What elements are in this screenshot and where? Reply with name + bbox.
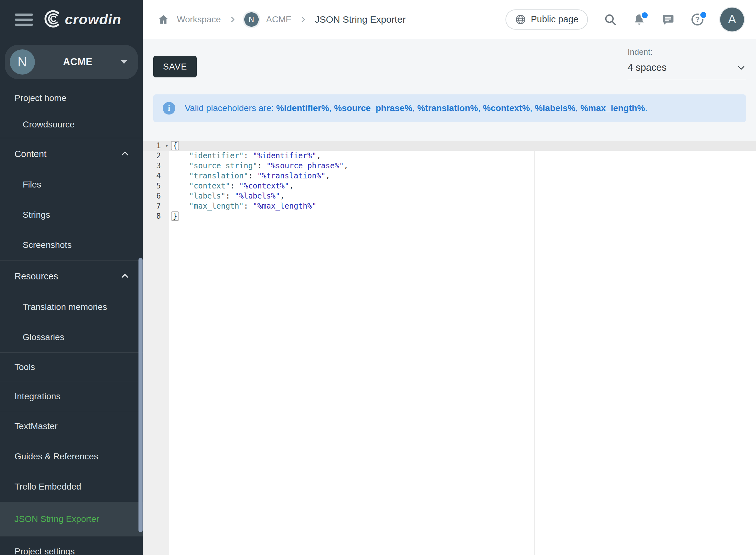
page-title: JSON String Exporter <box>315 14 405 25</box>
sidebar-item-guides-references[interactable]: Guides & References <box>0 441 143 472</box>
crowdin-logo[interactable]: crowdin <box>43 10 122 29</box>
sidebar-item-project-home[interactable]: Project home <box>0 85 143 112</box>
sidebar-item-glossaries[interactable]: Glossaries <box>0 322 143 352</box>
chevron-right-icon <box>228 15 237 24</box>
sidebar-item-screenshots[interactable]: Screenshots <box>0 230 143 260</box>
sidebar-item-integrations[interactable]: Integrations <box>0 382 143 411</box>
info-icon: i <box>163 102 175 115</box>
indent-selected-value: 4 spaces <box>628 62 667 73</box>
caret-down-icon <box>121 60 127 64</box>
info-banner: i Valid placeholders are: %identifier%, … <box>153 94 746 122</box>
editor-line: 5 "context": "%context%", <box>143 181 756 191</box>
line-number: 3 <box>143 161 169 171</box>
sidebar-section-label: Resources <box>14 271 58 282</box>
search-icon[interactable] <box>604 13 617 26</box>
fold-arrow-icon[interactable]: ▾ <box>166 141 168 151</box>
code-token-punc: , <box>289 181 294 190</box>
sidebar-item-label: Trello Embedded <box>14 482 81 492</box>
indent-select[interactable]: 4 spaces <box>628 62 746 79</box>
chevron-down-icon <box>737 63 746 72</box>
hamburger-menu-icon[interactable] <box>15 13 33 26</box>
code-line[interactable]: "context": "%context%", <box>169 181 294 191</box>
sidebar-item-files[interactable]: Files <box>0 170 143 200</box>
sidebar-scrollbar[interactable] <box>138 258 142 532</box>
notifications-bell-icon[interactable] <box>633 13 646 26</box>
org-name: ACME <box>35 56 121 68</box>
code-token-key: "context" <box>189 181 230 190</box>
code-token-val: "%max_length%" <box>253 202 316 211</box>
code-editor[interactable]: 1▾{2 "identifier": "%identifier%",3 "sou… <box>143 141 756 555</box>
code-line[interactable]: { <box>169 141 179 151</box>
sidebar-item-trello-embedded[interactable]: Trello Embedded <box>0 472 143 502</box>
code-token-punc: : <box>257 161 266 170</box>
editor-line: 1▾{ <box>143 141 756 151</box>
code-token-punc: : <box>244 202 253 211</box>
editor-line: 2 "identifier": "%identifier%", <box>143 151 756 161</box>
code-token-key: "identifier" <box>189 151 244 160</box>
code-token-punc: , <box>326 171 330 180</box>
code-token-brace: { <box>171 141 179 151</box>
breadcrumb-workspace[interactable]: Workspace <box>177 14 221 25</box>
chevron-up-icon <box>120 149 130 159</box>
sidebar-item-label: Glossaries <box>23 332 64 342</box>
code-token-punc: , <box>344 161 348 170</box>
crowdin-mark-icon <box>43 10 61 29</box>
home-icon[interactable] <box>157 13 169 26</box>
help-icon[interactable]: ? <box>690 12 704 27</box>
code-line[interactable]: "source_string": "%source_phrase%", <box>169 161 348 171</box>
sidebar-item-tools[interactable]: Tools <box>0 353 143 382</box>
messages-icon[interactable] <box>662 13 675 26</box>
sidebar-item-crowdsource[interactable]: Crowdsource <box>0 112 143 138</box>
sidebar-item-textmaster[interactable]: TextMaster <box>0 411 143 441</box>
code-token-punc <box>171 171 189 180</box>
line-number: 7 <box>143 201 169 211</box>
sidebar-item-project-settings[interactable]: Project settings <box>0 537 143 555</box>
placeholder-token: %max_length% <box>580 103 645 113</box>
sidebar-item-strings[interactable]: Strings <box>0 200 143 230</box>
indent-label: Indent: <box>628 47 746 57</box>
breadcrumb: Workspace N ACME JSON String Exporter <box>157 12 406 27</box>
sidebar-item-label: Crowdsource <box>23 120 75 130</box>
indent-control: Indent: 4 spaces <box>628 47 746 79</box>
code-line[interactable]: } <box>169 211 179 221</box>
sidebar-section-resources[interactable]: Resources <box>0 260 143 292</box>
line-number: 2 <box>143 151 169 161</box>
editor-line: 6 "labels": "%labels%", <box>143 191 756 201</box>
sidebar-item-label: Strings <box>23 210 50 220</box>
save-button[interactable]: SAVE <box>153 56 197 77</box>
sidebar-item-label: JSON String Exporter <box>14 514 99 524</box>
sidebar-section-content[interactable]: Content <box>0 138 143 170</box>
sidebar-item-json-string-exporter[interactable]: JSON String Exporter <box>0 502 143 536</box>
code-token-punc: , <box>316 151 321 160</box>
topbar-actions: Public page ? A <box>505 7 744 32</box>
user-avatar[interactable]: A <box>720 7 744 32</box>
sidebar-item-label: Files <box>23 180 41 190</box>
crowdin-wordmark: crowdin <box>65 11 122 28</box>
code-token-punc: : <box>225 191 235 201</box>
code-token-key: "source_string" <box>189 161 257 170</box>
editor-line: 4 "translation": "%translation%", <box>143 171 756 181</box>
public-page-label: Public page <box>531 14 579 25</box>
project-avatar: N <box>244 12 259 27</box>
banner-text: Valid placeholders are: %identifier%, %s… <box>185 103 647 113</box>
sidebar-item-label: Project home <box>14 93 67 103</box>
sidebar: crowdin N ACME Project homeCrowdsourceCo… <box>0 0 143 555</box>
breadcrumb-project[interactable]: ACME <box>266 14 292 25</box>
code-line[interactable]: "translation": "%translation%", <box>169 171 330 181</box>
code-token-punc: : <box>230 181 239 190</box>
placeholder-token: %translation% <box>417 103 478 113</box>
code-line[interactable]: "labels": "%labels%", <box>169 191 285 201</box>
line-number: 4 <box>143 171 169 181</box>
code-line[interactable]: "max_length": "%max_length%" <box>169 201 316 211</box>
public-page-button[interactable]: Public page <box>505 9 588 30</box>
editor-line: 7 "max_length": "%max_length%" <box>143 201 756 211</box>
notification-dot <box>640 11 649 19</box>
sidebar-item-label: TextMaster <box>14 421 57 431</box>
org-switcher[interactable]: N ACME <box>5 45 138 79</box>
help-dot <box>699 11 708 19</box>
sidebar-item-translation-memories[interactable]: Translation memories <box>0 292 143 322</box>
sidebar-item-label: Translation memories <box>23 302 107 312</box>
code-line[interactable]: "identifier": "%identifier%", <box>169 151 321 161</box>
sidebar-nav: Project homeCrowdsourceContentFilesStrin… <box>0 85 143 555</box>
placeholder-token: %context% <box>483 103 530 113</box>
